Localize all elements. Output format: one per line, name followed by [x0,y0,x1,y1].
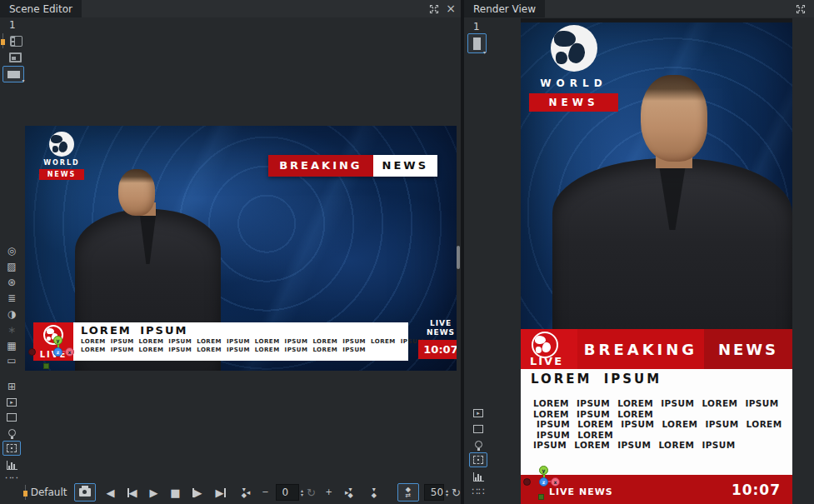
frame-stepper[interactable]: ▴▾ [301,488,303,497]
speed-stepper[interactable]: ▴▾ [446,488,448,497]
render-view-panel: Render View 1 ▸ ∷∷ WORLD [464,0,814,504]
gizmo-origin[interactable] [28,348,36,356]
view-focus-icon[interactable]: ◎ [2,243,21,258]
prev-keyframe-icon[interactable]: ▾◆◂ [237,483,254,502]
headline: LOREM IPSUM [531,372,792,387]
gizmo-y-handle[interactable]: y [539,466,548,475]
selection-grid-icon[interactable] [469,452,487,467]
empty-box-icon[interactable] [2,410,21,425]
body-line: IPSUM LOREM IPSUM LOREM IPSUM LOREM IPSU… [533,419,792,440]
globe-icon [551,25,597,72]
histogram-icon[interactable] [2,457,21,472]
play-button[interactable]: ▶ [146,483,162,502]
scene-scrollbar[interactable] [457,246,460,269]
grid-dots-icon[interactable]: ∷∷ [469,484,487,499]
expand-icon[interactable] [426,0,442,17]
autokey-button[interactable]: ◆⇄ [397,483,419,502]
play-box-icon[interactable]: ▸ [469,406,487,421]
scene-editor-panel: Scene Editor × 1 ◎ ▨ ⊛ ≣ ◑ ∗ ▦ ▭ ⊞ ▸ ∷∷ [0,0,461,504]
ticker-line: LOREM IPSUM LOREM IPSUM LOREM IPSUM LORE… [81,338,408,345]
frame-decrement-button[interactable]: − [257,483,274,502]
world-news-logo: WORLD NEWS [529,25,618,112]
breaking-news-banner: BREAKING NEWS [268,155,437,177]
gizmo-plane-handle[interactable] [43,363,49,369]
gizmo-plane-handle[interactable] [538,494,544,500]
live-badge: LIVE [521,329,577,369]
add-box-icon[interactable]: ⊞ [2,379,21,394]
gizmo-z-handle[interactable]: z [539,477,548,487]
globe-icon [49,132,74,157]
monitor-icon[interactable]: ▭ [2,353,21,368]
stop-button[interactable]: ■ [167,483,184,502]
render-view-viewport[interactable]: WORLD NEWS LIVE BREAKING NEWS LOREM IPSU… [521,18,792,504]
clock: 10:07 [732,482,781,498]
story-text-panel: LOREM IPSUM LOREM IPSUM LOREM IPSUM LORE… [521,369,792,475]
next-keyframe-icon[interactable]: ▸▾◆ [341,483,357,502]
playback-toolbar: Default ◀ ◀ ▶ ■ ▶ ▶ ▾◆◂ − 0 ▴▾ ↻ + ▸▾◆ ▾… [0,481,461,504]
layer-opacity-slider[interactable] [0,33,6,48]
world-news-logo: WORLD NEWS [39,132,84,180]
histogram-icon[interactable] [469,469,487,484]
play-reverse-button[interactable]: ◀ [102,483,119,502]
gizmo-origin[interactable] [523,478,531,486]
display-select-icon[interactable] [6,50,24,65]
expand-icon[interactable] [792,0,809,17]
close-icon[interactable]: × [442,0,459,17]
empty-box-icon[interactable] [469,422,487,437]
frame-input[interactable]: 0 [276,484,299,501]
contrast-icon[interactable]: ◑ [2,307,21,322]
body-line: LOREM IPSUM LOREM IPSUM LOREM IPSUM LORE… [533,398,792,419]
bulb-icon[interactable] [469,437,487,452]
tab-scene-editor[interactable]: Scene Editor [0,0,82,17]
play-box-icon[interactable]: ▸ [2,395,21,410]
transform-gizmo-icon[interactable]: ∗ [2,322,21,337]
selection-grid-icon[interactable] [2,441,21,456]
layer-strip-icon[interactable] [7,33,25,48]
adjust-sliders-icon[interactable]: ≣ [2,291,21,306]
live-news-time: LIVE NEWS 10:07 [418,319,457,359]
preset-dropdown[interactable]: Default [31,487,67,498]
lower-third-text: LOREM IPSUM LOREM IPSUM LOREM IPSUM LORE… [73,322,408,361]
hs-grid-icon[interactable]: ▦ [2,338,21,353]
timeline-mini-slider[interactable] [22,485,26,500]
jump-start-button[interactable]: ◀ [124,483,141,502]
aspect-landscape-button[interactable] [2,66,24,82]
gizmo-x-handle[interactable]: x [65,347,74,357]
image-edit-icon[interactable]: ▨ [2,259,21,274]
live-news-bar: LIVE NEWS 10:07 [521,475,792,504]
tab-render-view[interactable]: Render View [464,0,545,17]
bulb-icon[interactable] [2,425,21,440]
speed-input[interactable]: 50 [424,484,444,501]
camera-index-label: 1 [473,21,480,32]
headline: LOREM IPSUM [81,324,408,337]
step-forward-button[interactable]: ▶ [189,483,206,502]
breaking-news-bar: LIVE BREAKING NEWS [521,329,792,369]
add-keyframe-icon[interactable]: ▾◆ [366,483,382,502]
gizmo-x-handle[interactable]: x [551,477,560,487]
clock: 10:07 [418,340,457,359]
gizmo-z-handle[interactable]: z [53,347,62,357]
snapshot-button[interactable] [74,483,96,502]
lower-third: LIVE LOREM IPSUM LOREM IPSUM LOREM IPSUM… [33,322,408,361]
frame-increment-button[interactable]: + [321,483,337,502]
ticker-line: LOREM IPSUM LOREM IPSUM LOREM IPSUM LORE… [81,347,408,353]
body-line: IPSUM LOREM IPSUM LOREM IPSUM [533,440,792,451]
render-view-titlebar: Render View [464,0,814,17]
scene-editor-titlebar: Scene Editor × [0,0,461,17]
camera-index-label: 1 [9,19,16,31]
speed-reset-icon[interactable]: ↻ [452,487,461,499]
gizmo-y-handle[interactable]: y [53,336,62,345]
aspect-portrait-button[interactable] [467,33,487,53]
frame-reset-icon[interactable]: ↻ [307,487,316,499]
light-pin-icon[interactable]: ⊛ [2,275,21,290]
jump-end-button[interactable]: ▶ [212,483,229,502]
scene-editor-viewport[interactable]: WORLD NEWS BREAKING NEWS LIVE LOREM IPSU… [25,126,457,371]
application-window: Scene Editor × 1 ◎ ▨ ⊛ ≣ ◑ ∗ ▦ ▭ ⊞ ▸ ∷∷ [0,0,814,504]
